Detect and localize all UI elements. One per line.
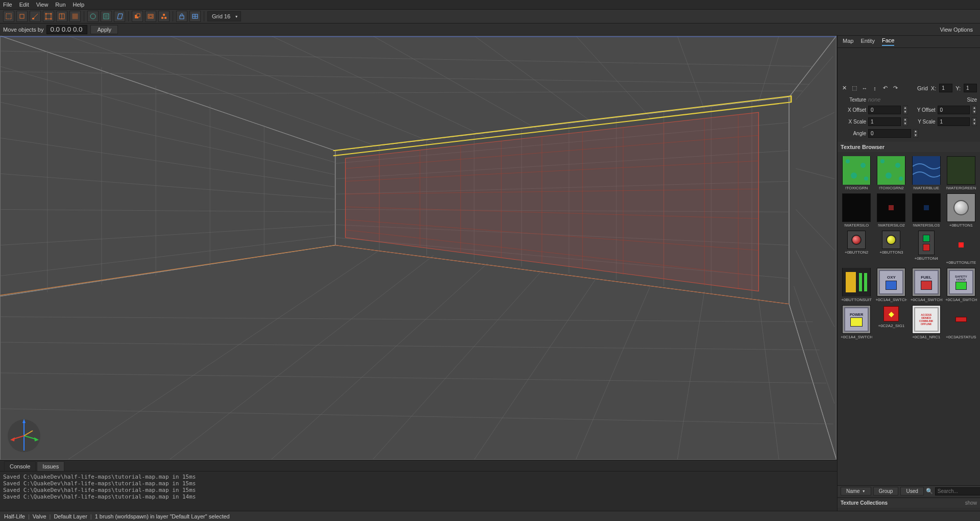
svg-rect-2	[32, 18, 34, 19]
texture-item[interactable]: !WATERGREEN	[945, 156, 977, 190]
svg-point-5	[51, 13, 52, 15]
texture-item[interactable]: +0BUTTON2	[841, 231, 872, 265]
svg-line-67	[796, 168, 834, 179]
texture-label: !WATERGREEN	[946, 186, 976, 190]
grid-y-input[interactable]	[964, 84, 977, 92]
apply-button[interactable]: Apply	[90, 25, 118, 34]
yoffset-input[interactable]	[938, 106, 970, 114]
texture-swatch	[847, 231, 866, 249]
axis-gizmo[interactable]	[6, 418, 42, 454]
texture-label: +0BUTTON3	[879, 250, 903, 255]
grid-label: Grid	[917, 85, 928, 91]
texture-item[interactable]: FUEL+0C1A4_SWTCH3	[911, 268, 942, 302]
tool-vertex[interactable]	[43, 11, 54, 22]
yscale-spinner[interactable]: ▲▼	[972, 117, 977, 126]
svg-line-32	[271, 263, 488, 460]
texture-swatch: ◆	[882, 305, 900, 322]
menu-view[interactable]: View	[36, 2, 49, 8]
yscale-input[interactable]	[938, 117, 970, 126]
sort-used-button[interactable]: Used	[900, 487, 923, 495]
texture-item[interactable]: !WATERBLUE	[911, 156, 942, 190]
xoffset-spinner[interactable]: ▲▼	[903, 106, 908, 114]
svg-line-66	[803, 112, 834, 128]
texture-item[interactable]: !WATERSILO	[841, 193, 872, 228]
menu-help[interactable]: Help	[73, 2, 85, 8]
menu-run[interactable]: Run	[55, 2, 65, 8]
status-vendor: Valve	[33, 513, 46, 519]
align-icon[interactable]: ⬚	[851, 85, 858, 92]
tool-scale[interactable]	[101, 11, 112, 22]
tool-clip[interactable]	[30, 11, 41, 22]
texture-swatch: FUEL	[912, 268, 941, 296]
sort-group-button[interactable]: Group	[873, 487, 899, 495]
yoffset-spinner[interactable]: ▲▼	[972, 106, 977, 114]
angle-spinner[interactable]: ▲▼	[913, 129, 918, 138]
texture-item[interactable]: +0BUTTON4	[911, 231, 942, 265]
console-output[interactable]: Saved C:\QuakeDev\half-life-maps\tutoria…	[0, 472, 837, 511]
texture-item[interactable]: !TOXICGRN	[841, 156, 872, 190]
xoffset-input[interactable]	[868, 106, 901, 114]
texture-label: +0C2A2_SIG1	[878, 324, 904, 328]
texture-item[interactable]: !WATERSILO3	[911, 193, 942, 228]
grid-x-input[interactable]	[939, 84, 952, 92]
tab-console[interactable]: Console	[4, 461, 36, 471]
fit-v-icon[interactable]: ↕	[871, 85, 878, 92]
svg-line-45	[372, 36, 542, 132]
svg-point-122	[895, 163, 900, 168]
texture-collections-header[interactable]: Texture Collectionsshow	[838, 498, 980, 508]
texture-item[interactable]: !WATERSILO2	[875, 193, 907, 228]
texture-item[interactable]: ACCESSDENIEDCOMMLINKOFFLINE+0C3A1_NRC1	[911, 305, 942, 339]
texture-item[interactable]: +0C3A2STATUS	[945, 305, 977, 339]
search-icon: 🔍	[926, 488, 933, 494]
tool-uv-lock[interactable]	[189, 11, 201, 22]
rotate-ccw-icon[interactable]: ↶	[881, 85, 889, 92]
texture-label: !WATERSILO	[844, 223, 869, 228]
view-options-button[interactable]: View Options	[940, 27, 973, 33]
grid-size-dropdown[interactable]: Grid 16	[207, 11, 241, 21]
texture-item[interactable]: ◆+0C2A2_SIG1	[875, 305, 907, 339]
tab-entity[interactable]: Entity	[861, 38, 875, 45]
svg-line-68	[796, 209, 834, 250]
tool-select[interactable]	[3, 11, 14, 22]
texture-item[interactable]: SAFETYHOOD+0C1A4_SWTCH4	[945, 268, 977, 302]
tool-brush[interactable]	[16, 11, 28, 22]
tool-texture-lock[interactable]	[176, 11, 187, 22]
svg-rect-128	[859, 273, 862, 291]
texture-item[interactable]: OXY+0C1A4_SWTCH2	[875, 268, 907, 302]
texture-item[interactable]: POWER+0C1A4_SWTCH5	[841, 305, 872, 339]
tool-edge[interactable]	[56, 11, 67, 22]
move-objects-input[interactable]	[46, 25, 87, 34]
texture-item[interactable]: +0BUTTONSUIT	[841, 268, 872, 302]
menu-file[interactable]: File	[3, 2, 12, 8]
tool-csg-hollow[interactable]	[145, 11, 156, 22]
svg-rect-15	[137, 14, 140, 17]
tool-csg-intersect[interactable]	[158, 11, 170, 22]
svg-line-50	[0, 51, 813, 66]
svg-line-46	[474, 36, 596, 125]
tool-csg-subtract[interactable]	[132, 11, 143, 22]
texture-item[interactable]: !TOXICGRN2	[875, 156, 907, 190]
xscale-spinner[interactable]: ▲▼	[903, 117, 908, 126]
menu-edit[interactable]: Edit	[19, 2, 29, 8]
angle-input[interactable]	[868, 129, 911, 138]
sort-name-button[interactable]: Name▼	[841, 487, 871, 495]
tool-rotate[interactable]	[87, 11, 99, 22]
tab-face[interactable]: Face	[882, 37, 894, 46]
texture-grid[interactable]: !TOXICGRN!TOXICGRN2!WATERBLUE!WATERGREEN…	[841, 154, 977, 484]
fit-h-icon[interactable]: ↔	[861, 85, 868, 92]
texture-item[interactable]: +0BUTTON1	[945, 193, 977, 228]
texture-footer: Name▼ Group Used 🔍	[838, 485, 980, 497]
yoffset-label: Y Offset	[910, 107, 936, 113]
tool-shear[interactable]	[114, 11, 125, 22]
rotate-cw-icon[interactable]: ↷	[892, 85, 899, 92]
inspector-tabs: Map Entity Face	[838, 36, 980, 48]
tool-face[interactable]	[69, 11, 81, 22]
3d-viewport[interactable]	[0, 36, 837, 460]
tab-issues[interactable]: Issues	[37, 461, 64, 471]
texture-item[interactable]: +0BUTTONLITE	[945, 231, 977, 265]
texture-search-input[interactable]	[935, 487, 980, 495]
texture-item[interactable]: +0BUTTON3	[875, 231, 907, 265]
reset-uv-icon[interactable]: ✕	[841, 85, 848, 92]
tab-map[interactable]: Map	[843, 38, 853, 45]
xscale-input[interactable]	[868, 117, 901, 126]
